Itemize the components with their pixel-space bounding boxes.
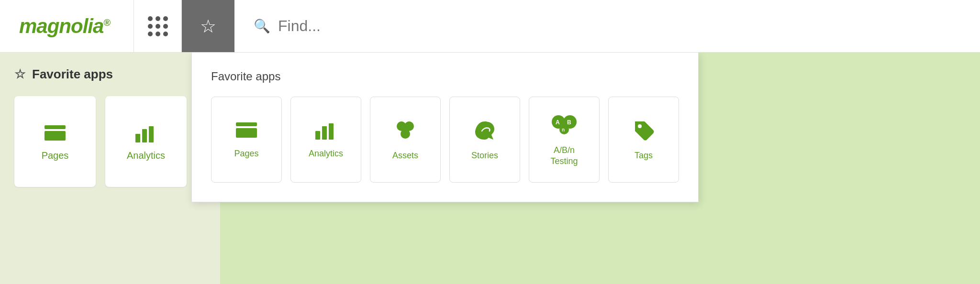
dropdown-assets-label: Assets: [392, 150, 418, 161]
dropdown-app-abn-testing[interactable]: A B n A/B/n Testing: [529, 97, 600, 183]
sidebar-analytics-label: Analytics: [127, 150, 165, 161]
svg-rect-2: [135, 134, 140, 142]
svg-rect-7: [315, 131, 320, 140]
dropdown-title: Favorite apps: [211, 70, 679, 83]
dropdown-app-assets[interactable]: Assets: [370, 97, 441, 183]
dropdown-app-stories[interactable]: Stories: [449, 97, 520, 183]
svg-rect-4: [149, 126, 154, 142]
sidebar-title: ☆ Favorite apps: [14, 67, 206, 82]
svg-rect-9: [329, 123, 334, 140]
svg-point-19: [638, 124, 642, 128]
dropdown-app-tags[interactable]: Tags: [608, 97, 679, 183]
grid-icon-button[interactable]: [134, 0, 182, 52]
tags-icon: [631, 118, 656, 142]
svg-rect-5: [236, 122, 257, 126]
dropdown-abn-label: A/B/n Testing: [550, 145, 578, 167]
dropdown-app-pages[interactable]: Pages: [211, 97, 282, 183]
dropdown-panel: Favorite apps Pages Analytics: [191, 53, 699, 202]
logo-reg: ®: [103, 17, 110, 28]
dropdown-stories-label: Stories: [471, 150, 498, 161]
search-input[interactable]: [278, 17, 961, 35]
dropdown-apps-list: Pages Analytics Assets: [211, 97, 679, 183]
svg-rect-6: [236, 128, 257, 138]
logo-section: magnolia®: [0, 0, 134, 52]
sidebar-star-icon: ☆: [14, 67, 25, 82]
search-icon: 🔍: [254, 18, 270, 34]
abn-testing-icon: A B n: [550, 112, 579, 137]
svg-text:A: A: [556, 119, 560, 126]
logo: magnolia®: [19, 15, 110, 38]
sidebar-pages-label: Pages: [42, 150, 69, 161]
search-section: 🔍: [234, 17, 980, 35]
analytics-icon-dropdown: [313, 120, 338, 141]
stories-icon: [472, 118, 497, 142]
svg-text:n: n: [562, 127, 565, 132]
dropdown-tags-label: Tags: [635, 150, 653, 161]
svg-rect-0: [45, 125, 66, 129]
dropdown-app-analytics[interactable]: Analytics: [290, 97, 361, 183]
svg-text:B: B: [567, 119, 571, 126]
assets-icon: [393, 118, 418, 142]
analytics-icon-sidebar: [134, 122, 158, 143]
star-icon: ☆: [200, 17, 216, 35]
svg-rect-3: [142, 129, 147, 142]
sidebar-apps-list: Pages Analytics: [14, 96, 206, 187]
svg-point-12: [401, 129, 410, 139]
logo-text: magnolia: [19, 15, 103, 37]
topbar: magnolia® ☆ 🔍: [0, 0, 980, 53]
sidebar-app-analytics[interactable]: Analytics: [105, 96, 187, 187]
grid-dots-icon: [148, 16, 168, 36]
svg-rect-8: [322, 126, 327, 140]
favorites-star-button[interactable]: ☆: [182, 0, 234, 52]
dropdown-pages-label: Pages: [234, 148, 258, 159]
sidebar-favorite-apps-label: Favorite apps: [32, 67, 113, 82]
svg-rect-1: [45, 131, 66, 141]
sidebar: ☆ Favorite apps Pages Analytics: [0, 53, 220, 284]
pages-icon-dropdown: [234, 120, 259, 141]
main-area: ☆ Favorite apps Pages Analytics: [0, 53, 980, 284]
dropdown-analytics-label: Analytics: [309, 148, 343, 159]
pages-icon: [43, 122, 67, 143]
sidebar-app-pages[interactable]: Pages: [14, 96, 96, 187]
